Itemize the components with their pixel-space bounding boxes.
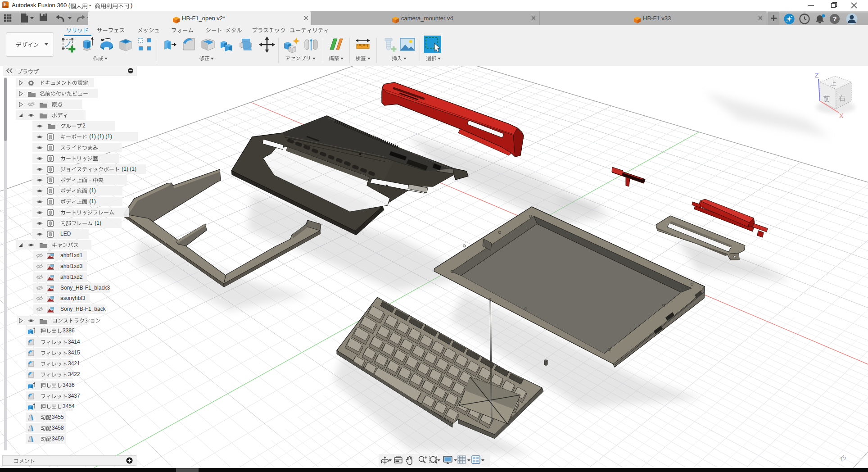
svg-text:F: F: [4, 2, 6, 7]
svg-text:Z: Z: [815, 72, 819, 79]
svg-text:X: X: [839, 112, 844, 119]
svg-text:?: ?: [833, 15, 837, 23]
